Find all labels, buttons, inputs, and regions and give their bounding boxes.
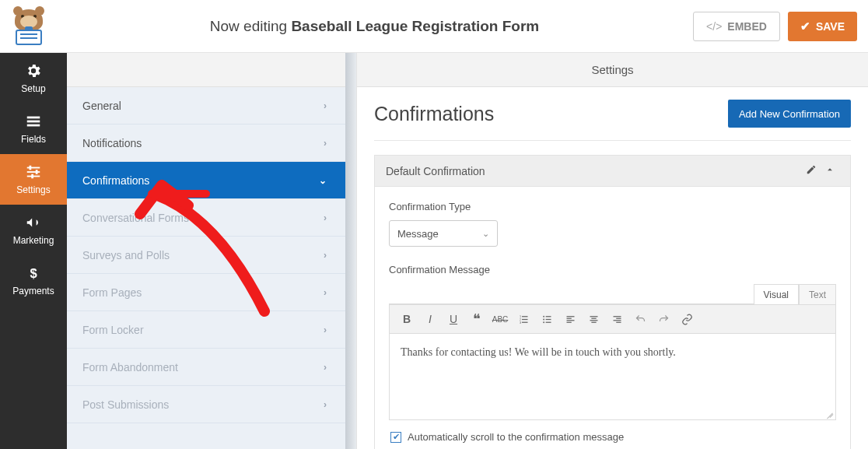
sidebar-item-form-pages[interactable]: Form Pages › — [67, 274, 345, 311]
edit-icon[interactable] — [802, 164, 821, 177]
numbered-list-button[interactable]: 123 — [513, 308, 534, 330]
svg-point-16 — [543, 315, 544, 317]
settings-sidebar: General › Notifications › Confirmations … — [67, 53, 345, 449]
vnav-label: Marketing — [13, 235, 54, 246]
auto-scroll-label: Automatically scroll to the confirmation… — [408, 431, 624, 443]
checkbox[interactable]: ✔ — [390, 432, 401, 443]
svg-rect-1 — [27, 121, 40, 123]
divider — [345, 53, 356, 449]
content-body: Confirmations Add New Confirmation Defau… — [357, 87, 868, 449]
sidebar-item-post-submissions[interactable]: Post Submissions › — [67, 386, 345, 423]
vertical-nav: Setup Fields Settings Marketing $ Paymen… — [0, 53, 67, 449]
panel-head[interactable]: Default Confirmation — [375, 156, 850, 187]
add-confirmation-button[interactable]: Add New Confirmation — [728, 100, 851, 128]
strikethrough-button[interactable]: ABC — [489, 308, 511, 330]
sidebar-item-label: General — [82, 100, 121, 112]
tab-text[interactable]: Text — [799, 284, 836, 304]
chevron-down-icon: ⌄ — [482, 229, 489, 239]
svg-rect-21 — [545, 321, 551, 322]
svg-rect-33 — [616, 321, 621, 322]
underline-button[interactable]: U — [443, 308, 464, 330]
chevron-right-icon: › — [324, 212, 327, 223]
save-button[interactable]: ✔ SAVE — [788, 12, 857, 41]
link-button[interactable] — [676, 308, 698, 330]
sidebar-item-conversational-forms[interactable]: Conversational Forms › — [67, 199, 345, 237]
bullet-list-button[interactable] — [536, 308, 558, 330]
chevron-right-icon: › — [324, 138, 327, 149]
align-left-button[interactable] — [559, 308, 581, 330]
svg-rect-12 — [522, 321, 528, 322]
chevron-right-icon: › — [324, 362, 327, 373]
gear-icon — [25, 62, 42, 79]
vnav-label: Payments — [12, 286, 54, 296]
megaphone-icon — [25, 214, 42, 231]
page-title: Now editing Baseball League Registration… — [56, 18, 693, 35]
check-icon: ✔ — [800, 19, 810, 33]
svg-rect-20 — [545, 318, 551, 319]
svg-rect-24 — [566, 320, 574, 321]
blockquote-button[interactable]: ❝ — [466, 308, 488, 330]
vnav-payments[interactable]: $ Payments — [0, 255, 67, 306]
redo-button[interactable] — [653, 308, 674, 330]
auto-scroll-row[interactable]: ✔ Automatically scroll to the confirmati… — [389, 420, 836, 447]
editor: B I U ❝ ABC 123 — [389, 303, 836, 420]
svg-text:$: $ — [30, 266, 37, 280]
align-center-button[interactable] — [583, 308, 604, 330]
sidebar-item-form-abandonment[interactable]: Form Abandonment › — [67, 349, 345, 386]
svg-rect-22 — [566, 316, 574, 317]
sidebar-item-surveys-polls[interactable]: Surveys and Polls › — [67, 237, 345, 274]
content-header-label: Settings — [591, 63, 633, 76]
chevron-right-icon: › — [324, 287, 327, 298]
content-header: Settings — [357, 53, 868, 87]
sidebar-header-spacer — [67, 53, 345, 87]
dollar-icon: $ — [25, 265, 42, 282]
svg-rect-27 — [591, 317, 596, 318]
svg-rect-28 — [590, 320, 597, 321]
svg-rect-19 — [545, 316, 551, 317]
panel-body: Confirmation Type Message ⌄ Confirmation… — [375, 187, 850, 449]
panel-title: Default Confirmation — [386, 165, 485, 177]
svg-rect-3 — [27, 167, 40, 169]
vnav-marketing[interactable]: Marketing — [0, 205, 67, 255]
svg-rect-8 — [31, 174, 33, 179]
vnav-setup[interactable]: Setup — [0, 53, 67, 103]
svg-rect-10 — [522, 316, 528, 317]
sidebar-item-notifications[interactable]: Notifications › — [67, 125, 345, 162]
svg-rect-4 — [27, 171, 40, 173]
editor-body[interactable]: Thanks for contacting us! We will be in … — [390, 334, 835, 419]
svg-rect-25 — [566, 321, 571, 322]
collapse-icon[interactable] — [821, 164, 839, 177]
vnav-fields[interactable]: Fields — [0, 103, 67, 154]
undo-button[interactable] — [629, 308, 651, 330]
sidebar-list: General › Notifications › Confirmations … — [67, 87, 345, 449]
app-body: Setup Fields Settings Marketing $ Paymen… — [0, 53, 868, 449]
svg-rect-0 — [27, 117, 40, 119]
svg-rect-2 — [27, 125, 40, 127]
sidebar-item-form-locker[interactable]: Form Locker › — [67, 311, 345, 349]
svg-point-18 — [543, 321, 544, 323]
topbar: Now editing Baseball League Registration… — [0, 0, 868, 53]
align-right-button[interactable] — [606, 308, 628, 330]
content-area: Settings Confirmations Add New Confirmat… — [356, 53, 868, 449]
svg-rect-23 — [566, 317, 571, 318]
sidebar-item-general[interactable]: General › — [67, 87, 345, 125]
italic-button[interactable]: I — [419, 308, 441, 330]
chevron-down-icon: ⌄ — [319, 175, 327, 186]
chevron-right-icon: › — [324, 324, 327, 335]
top-actions: </> EMBED ✔ SAVE — [693, 12, 857, 41]
svg-rect-6 — [30, 166, 32, 170]
sidebar-item-confirmations[interactable]: Confirmations ⌄ — [67, 162, 345, 199]
svg-rect-11 — [522, 318, 528, 319]
bold-button[interactable]: B — [396, 308, 418, 330]
tab-visual[interactable]: Visual — [754, 284, 799, 304]
sidebar-item-label: Form Abandonment — [82, 361, 178, 374]
embed-label: EMBED — [727, 20, 767, 33]
resize-handle[interactable] — [826, 410, 834, 418]
save-label: SAVE — [816, 20, 845, 33]
vnav-settings[interactable]: Settings — [0, 154, 67, 205]
check-icon: ✔ — [393, 433, 400, 441]
sidebar-item-label: Notifications — [82, 137, 142, 149]
editor-value: Thanks for contacting us! We will be in … — [401, 346, 676, 358]
embed-button[interactable]: </> EMBED — [693, 12, 780, 41]
confirmation-type-select[interactable]: Message ⌄ — [389, 220, 498, 247]
